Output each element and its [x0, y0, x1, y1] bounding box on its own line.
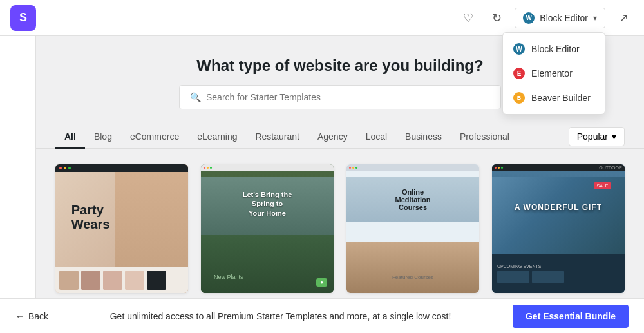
dropdown-item-elementor[interactable]: E Elementor — [503, 61, 605, 86]
template-text-courses: Courses — [395, 204, 431, 211]
beaver-builder-icon: B — [513, 92, 525, 104]
tab-business[interactable]: Business — [396, 125, 451, 148]
sort-wrapper: Popular ▾ — [569, 127, 625, 146]
search-icon: 🔍 — [190, 92, 201, 102]
beaver-builder-label: Beaver Builder — [531, 93, 591, 103]
chevron-down-icon: ▾ — [593, 14, 597, 23]
elementor-icon: E — [513, 68, 525, 79]
template-badge-sale: SALE — [594, 182, 612, 189]
back-button[interactable]: ← Back — [15, 311, 48, 321]
tab-ecommerce[interactable]: eCommerce — [121, 125, 188, 148]
app-logo: S — [10, 5, 36, 31]
back-arrow-icon: ← — [15, 311, 24, 321]
tab-blog[interactable]: Blog — [85, 125, 121, 148]
dropdown-item-beaver-builder[interactable]: B Beaver Builder — [503, 86, 605, 110]
back-label: Back — [28, 311, 48, 321]
sort-label: Popular — [577, 131, 608, 142]
template-grid: Party Wears — [36, 149, 644, 298]
search-input[interactable] — [206, 92, 490, 102]
search-box: 🔍 — [179, 85, 501, 109]
favorites-icon[interactable]: ♡ — [458, 8, 478, 28]
template-upcoming-events: UPCOMING EVENTS — [497, 264, 620, 269]
template-text-spring-line2: Your Home — [234, 209, 301, 218]
template-card-spring[interactable]: Let's Bring the Spring to Your Home New … — [201, 164, 334, 293]
tab-agency[interactable]: Agency — [308, 125, 357, 148]
tab-all[interactable]: All — [55, 125, 85, 148]
template-text-party: Party — [71, 203, 110, 217]
editor-label: Block Editor — [540, 13, 588, 23]
topbar-right: ♡ ↻ W Block Editor ▾ ↗ — [458, 8, 634, 28]
sidebar — [0, 0, 36, 298]
template-card-meditation[interactable]: Online Meditation Courses Featured Cours… — [346, 164, 479, 293]
template-text-featured: Featured Courses — [392, 274, 433, 280]
topbar: S ♡ ↻ W Block Editor ▾ ↗ W Block Editor … — [0, 0, 644, 36]
template-text-new-plants: New Plants — [214, 274, 243, 280]
block-editor-icon: W — [513, 43, 525, 55]
template-card-outdoor[interactable]: OUTDOOR A WONDERFUL GIFT SALE UPCOMING E… — [492, 164, 625, 293]
tab-restaurant[interactable]: Restaurant — [246, 125, 308, 148]
refresh-icon[interactable]: ↻ — [486, 8, 507, 28]
sort-dropdown[interactable]: Popular ▾ — [569, 127, 625, 146]
get-essential-bundle-button[interactable]: Get Essential Bundle — [513, 305, 629, 328]
template-text-wonderful: A WONDERFUL GIFT — [515, 203, 602, 212]
template-badge: ● — [316, 278, 327, 287]
elementor-label: Elementor — [531, 68, 573, 79]
editor-dropdown-menu: W Block Editor E Elementor B Beaver Buil… — [502, 32, 605, 115]
template-text-online: Online — [395, 188, 431, 196]
tab-professional[interactable]: Professional — [451, 125, 518, 148]
template-text-wears: Wears — [71, 217, 110, 231]
template-card-party-wears[interactable]: Party Wears — [55, 164, 188, 293]
editor-selector[interactable]: W Block Editor ▾ — [515, 8, 605, 28]
template-text-meditation: Meditation — [395, 196, 431, 204]
filter-tabs: All Blog eCommerce eLearning Restaurant … — [36, 125, 644, 149]
cta-text: Get unlimited access to all Premium Star… — [110, 311, 451, 321]
tab-local[interactable]: Local — [357, 125, 396, 148]
sort-chevron-icon: ▾ — [612, 131, 616, 142]
template-text-spring-line1: Let's Bring the Spring to — [234, 190, 301, 209]
dropdown-item-block-editor[interactable]: W Block Editor — [503, 37, 605, 61]
block-editor-label: Block Editor — [531, 44, 580, 54]
wp-icon: W — [523, 12, 535, 24]
bottom-bar: ← Back Get unlimited access to all Premi… — [0, 298, 644, 333]
tab-elearning[interactable]: eLearning — [188, 125, 246, 148]
external-link-icon[interactable]: ↗ — [613, 8, 634, 28]
